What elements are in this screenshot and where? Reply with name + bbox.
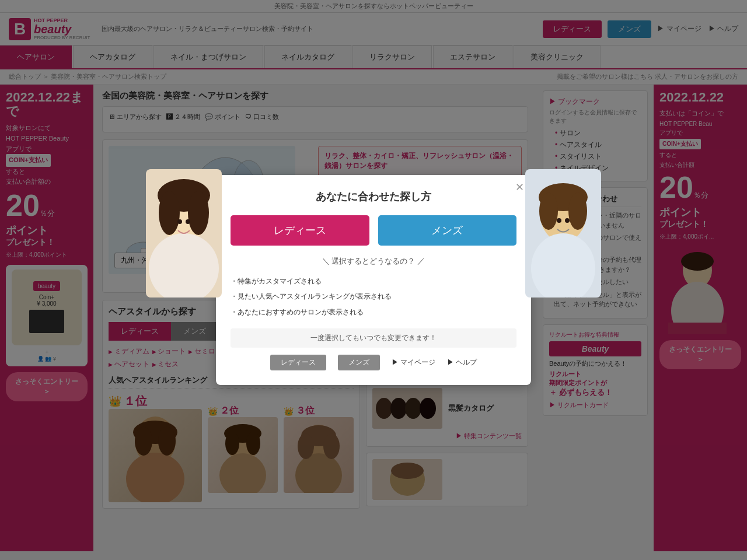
svg-point-46 [557, 218, 561, 223]
modal-buttons: レディース メンズ [231, 215, 516, 246]
modal-overlay[interactable]: ✕ あなたに合わせた探し方 レディース メンズ ＼ 選択するとどうなるの？ ／ … [0, 0, 747, 551]
modal-bullet-2: ・見たい人気ヘアスタイルランキングが表示される [231, 289, 516, 304]
modal-bullet-1: ・特集がカスタマイズされる [231, 274, 516, 289]
modal-close-button[interactable]: ✕ [515, 181, 524, 194]
svg-point-39 [186, 219, 190, 224]
modal-subtitle: ＼ 選択するとどうなるの？ ／ [231, 256, 516, 267]
modal-footer-mypage-link[interactable]: ▶ マイページ [392, 358, 435, 368]
svg-point-38 [177, 219, 182, 224]
modal-bullet-3: ・あなたにおすすめのサロンが表示される [231, 304, 516, 320]
svg-point-47 [565, 218, 570, 223]
modal-bullets: ・特集がカスタマイズされる ・見たい人気ヘアスタイルランキングが表示される ・あ… [231, 274, 516, 320]
svg-point-43 [539, 192, 558, 230]
modal-note-box: 一度選択してもいつでも変更できます！ [231, 328, 516, 348]
modal-footer-help-link[interactable]: ▶ ヘルプ [447, 358, 477, 368]
modal-title: あなたに合わせた探し方 [231, 190, 516, 204]
modal: ✕ あなたに合わせた探し方 レディース メンズ ＼ 選択するとどうなるの？ ／ … [216, 175, 531, 385]
svg-point-36 [188, 191, 209, 235]
svg-point-35 [159, 191, 180, 235]
modal-person-left [146, 169, 222, 298]
modal-footer: レディース メンズ ▶ マイページ ▶ ヘルプ [231, 355, 516, 370]
modal-footer-ladies-btn[interactable]: レディース [270, 355, 326, 370]
modal-person-right [525, 169, 601, 298]
modal-ladies-button[interactable]: レディース [231, 215, 369, 246]
svg-point-44 [568, 192, 587, 230]
modal-footer-mens-btn[interactable]: メンズ [338, 355, 380, 370]
modal-mens-button[interactable]: メンズ [378, 215, 517, 246]
